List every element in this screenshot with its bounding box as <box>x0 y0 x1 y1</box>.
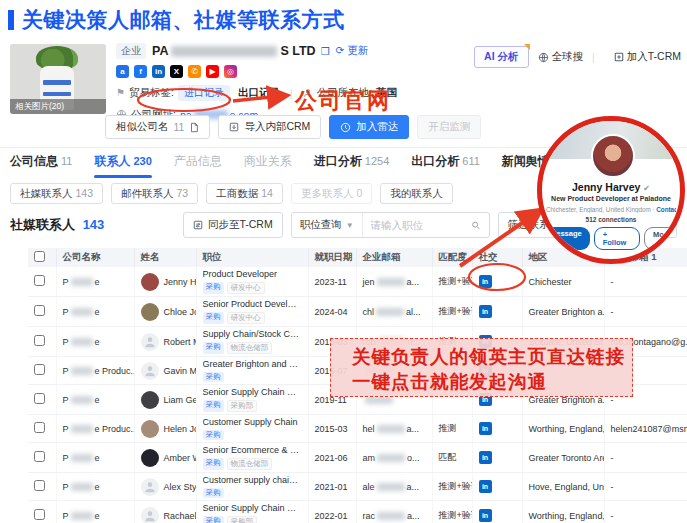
position-title: Senior Supply Chain Coordinator <box>203 503 302 514</box>
contact-name[interactable]: Jenny Harvey <box>164 277 197 287</box>
table-row[interactable]: Pe Chloe Jones Senior Product Developer … <box>28 297 687 327</box>
table-row[interactable]: Pe Jenny Harvey Product Developer 采购研发中心… <box>28 267 687 297</box>
ai-analysis-button[interactable]: AI 分析 <box>474 46 528 68</box>
col-company[interactable]: 公司名称 <box>56 248 134 267</box>
email-redacted <box>377 425 405 433</box>
position-tag: 研发中心 <box>227 282 265 294</box>
amazon-icon[interactable]: a <box>116 65 129 78</box>
row-checkbox[interactable] <box>34 364 45 375</box>
cell-name: Helen Johnstone <box>134 415 196 443</box>
facebook-icon[interactable]: f <box>134 65 147 78</box>
row-checkbox[interactable] <box>34 393 45 404</box>
linkedin-icon[interactable]: in <box>479 305 492 318</box>
join-crm-button[interactable]: 加入T-CRM <box>614 50 681 64</box>
email-suffix: a... <box>407 277 420 287</box>
tab-1[interactable]: 公司信息11 <box>10 153 72 176</box>
col-date[interactable]: 就职日期 <box>308 248 356 267</box>
table-row[interactable]: Pe Rachael Kelly Senior Supply Chain Coo… <box>28 501 687 523</box>
import-crm-button[interactable]: 导入内部CRM <box>218 115 321 139</box>
contact-name[interactable]: Rachael Kelly <box>164 511 197 521</box>
import-record-chip[interactable]: 进口记录 <box>178 85 230 101</box>
page: 关键决策人邮箱、社媒等联系方式 相关图片(20) 企业 PA S LTD ❐ ⟳… <box>0 0 687 523</box>
photo-decoration <box>43 92 71 96</box>
tab-3[interactable]: 产品信息 <box>174 153 222 176</box>
row-checkbox[interactable] <box>34 335 45 346</box>
table-row[interactable]: Pe Alex Styles Customer supply chain coo… <box>28 473 687 501</box>
col-social[interactable]: 社交 <box>472 248 522 267</box>
search-icon[interactable] <box>471 220 481 231</box>
table-row[interactable]: Pe Produc... Helen Johnstone Customer Su… <box>28 415 687 443</box>
contact-name[interactable]: Alex Styles <box>164 482 197 492</box>
chip-3[interactable]: 工商数据14 <box>206 183 283 204</box>
position-tag: 采购部 <box>227 516 258 523</box>
cell-extra-email: - <box>604 443 687 473</box>
linkedin-icon[interactable]: in <box>479 422 492 435</box>
position-tag: 采购 <box>203 400 224 412</box>
cell-extra-email: - <box>604 267 687 297</box>
chip-1[interactable]: 社媒联系人143 <box>10 183 103 204</box>
linkedin-icon[interactable]: in <box>479 480 492 493</box>
refresh-button[interactable]: ⟳ 更新 <box>336 44 369 58</box>
row-checkbox[interactable] <box>34 480 45 491</box>
contact-info-link[interactable]: Contact info <box>656 206 676 213</box>
job-search-input[interactable] <box>371 219 471 231</box>
page-title-text: 关键决策人邮箱、社媒等联系方式 <box>22 6 345 34</box>
export-record-chip[interactable]: 出口记录 <box>238 86 280 100</box>
cell-name: Gavin Meeks <box>134 357 196 385</box>
contact-name[interactable]: Liam Gent <box>164 395 197 405</box>
position-tag: 采购 <box>203 488 224 498</box>
position-tag: 采购 <box>203 282 224 294</box>
instagram-icon[interactable]: ◎ <box>224 65 237 78</box>
linkedin-icon[interactable]: in <box>479 451 492 464</box>
contact-name[interactable]: Robert Monta... <box>164 337 197 347</box>
col-position[interactable]: 职位 <box>196 248 308 267</box>
follow-button[interactable]: + Follow <box>594 227 640 250</box>
position-tags: 采购研发中心 <box>203 282 302 294</box>
col-match[interactable]: 匹配度 <box>432 248 472 267</box>
youtube-icon[interactable]: ▶ <box>206 65 219 78</box>
table-row[interactable]: Pe Amber Whitty Senior Ecommerce & Suppl… <box>28 443 687 473</box>
company-photo[interactable]: 相关图片(20) <box>10 44 106 114</box>
tab-label: 出口分析 <box>411 154 459 168</box>
select-all-checkbox[interactable] <box>34 251 45 262</box>
row-checkbox[interactable] <box>34 305 45 316</box>
chip-5[interactable]: 我的联系人 <box>380 183 453 204</box>
linkedin-icon[interactable]: in <box>152 65 165 78</box>
tab-5[interactable]: 进口分析1254 <box>314 153 389 176</box>
chip-2[interactable]: 邮件联系人73 <box>111 183 198 204</box>
phone-icon[interactable]: ✆ <box>188 65 201 78</box>
col-email[interactable]: 企业邮箱 <box>356 248 432 267</box>
similar-companies-button[interactable]: 相似公司名 11 <box>105 115 210 139</box>
row-checkbox[interactable] <box>34 509 45 520</box>
global-search-button[interactable]: 全球搜 <box>538 50 584 64</box>
add-radar-button[interactable]: 加入雷达 <box>329 115 409 139</box>
position-title: Senior Ecommerce & Supply Cha... <box>203 445 302 456</box>
chevron-down-icon: ▼ <box>346 221 354 230</box>
contact-name[interactable]: Gavin Meeks <box>164 366 197 376</box>
contact-name[interactable]: Helen Johnstone <box>164 424 197 434</box>
cell-company: Pe <box>56 297 134 327</box>
contact-name[interactable]: Chloe Jones <box>164 307 197 317</box>
cell-match: 推测+验证 <box>432 501 472 523</box>
cell-company: Pe <box>56 327 134 357</box>
copy-icon[interactable]: ❐ <box>321 46 330 57</box>
x-twitter-icon[interactable]: X <box>170 65 183 78</box>
job-query-select[interactable]: 职位查询 ▼ <box>292 213 363 237</box>
join-crm-label: 加入T-CRM <box>627 50 681 64</box>
row-checkbox[interactable] <box>34 451 45 462</box>
monitor-button[interactable]: 开启监测 <box>417 115 481 139</box>
position-tag: 采购 <box>203 430 224 440</box>
row-checkbox[interactable] <box>34 275 45 286</box>
sync-crm-button[interactable]: 同步至T-CRM <box>183 212 283 238</box>
contact-name[interactable]: Amber Whitty <box>164 453 197 463</box>
message-button[interactable]: Message <box>542 227 590 250</box>
linkedin-icon[interactable]: in <box>479 275 492 288</box>
row-checkbox[interactable] <box>34 422 45 433</box>
tab-4[interactable]: 商业关系 <box>244 153 292 176</box>
tab-2[interactable]: 联系人230 <box>94 153 151 176</box>
tab-6[interactable]: 出口分析611 <box>411 153 480 176</box>
col-name[interactable]: 姓名 <box>134 248 196 267</box>
position-tags: 采购采购部 <box>203 516 302 523</box>
chip-4[interactable]: 更多联系人0 <box>291 183 372 204</box>
linkedin-icon[interactable]: in <box>479 509 492 522</box>
